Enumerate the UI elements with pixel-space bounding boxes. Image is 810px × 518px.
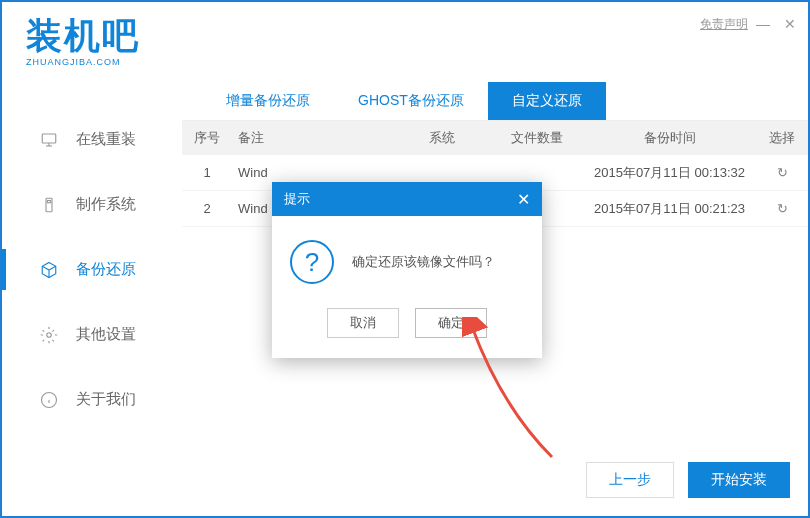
cancel-button[interactable]: 取消 <box>327 308 399 338</box>
dialog-titlebar: 提示 ✕ <box>272 182 542 216</box>
ok-button[interactable]: 确定 <box>415 308 487 338</box>
dialog-title: 提示 <box>284 190 310 208</box>
dialog-close-button[interactable]: ✕ <box>517 190 530 209</box>
dialog-footer: 取消 确定 <box>272 308 542 358</box>
dialog-body: ? 确定还原该镜像文件吗？ <box>272 216 542 308</box>
modal-overlay: 提示 ✕ ? 确定还原该镜像文件吗？ 取消 确定 <box>2 2 808 516</box>
confirm-dialog: 提示 ✕ ? 确定还原该镜像文件吗？ 取消 确定 <box>272 182 542 358</box>
dialog-message: 确定还原该镜像文件吗？ <box>352 253 495 271</box>
question-icon: ? <box>290 240 334 284</box>
app-window: 装机吧 ZHUANGJIBA.COM 免责声明 — ✕ 在线重装 制作系统 备份… <box>0 0 810 518</box>
